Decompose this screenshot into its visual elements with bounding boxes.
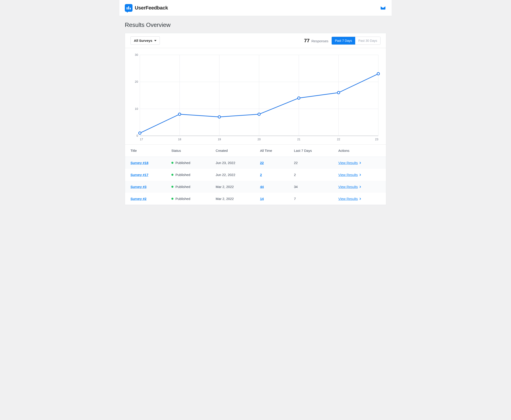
created-date: Mar 2, 2022 (211, 193, 256, 205)
svg-text:17: 17 (140, 138, 143, 141)
all-time-count[interactable]: 22 (260, 161, 264, 165)
svg-text:19: 19 (218, 138, 221, 141)
th-created: Created (211, 145, 256, 157)
last-7-count: 7 (290, 193, 334, 205)
status-dot-icon (171, 174, 173, 176)
survey-title-link[interactable]: Survey #2 (130, 197, 146, 201)
overview-panel: All Surveys 77 Responses Past 7 Days Pas… (125, 33, 386, 205)
svg-text:21: 21 (297, 138, 300, 141)
th-title: Title (125, 145, 167, 157)
toolbar-right: 77 Responses Past 7 Days Past 30 Days (304, 37, 381, 45)
view-results-link[interactable]: View Results (338, 173, 361, 177)
survey-title-link[interactable]: Survey #18 (130, 161, 148, 165)
all-time-count[interactable]: 14 (260, 197, 264, 201)
svg-point-26 (297, 97, 300, 99)
survey-filter-dropdown[interactable]: All Surveys (130, 36, 160, 45)
last-7-count: 2 (290, 169, 334, 181)
inbox-icon[interactable] (380, 4, 386, 12)
survey-title-link[interactable]: Survey #3 (130, 185, 146, 189)
svg-text:18: 18 (178, 138, 181, 141)
table-row: Survey #18PublishedJun 23, 20222222View … (125, 157, 386, 169)
svg-text:20: 20 (135, 80, 138, 83)
range-past-30-days[interactable]: Past 30 Days (355, 37, 380, 45)
svg-point-27 (337, 91, 340, 94)
view-results-label: View Results (338, 161, 358, 165)
svg-point-25 (258, 113, 260, 115)
svg-point-23 (178, 113, 181, 115)
th-actions: Actions (334, 145, 386, 157)
svg-point-24 (218, 116, 221, 118)
all-time-count[interactable]: 2 (260, 173, 262, 177)
status-dot-icon (171, 162, 173, 164)
status-cell: Published (171, 185, 207, 189)
svg-point-28 (377, 73, 380, 75)
created-date: Jun 22, 2022 (211, 169, 256, 181)
responses-count: 77 (304, 38, 310, 44)
th-all-time: All Time (256, 145, 290, 157)
table-row: Survey #3PublishedMar 2, 20224434View Re… (125, 181, 386, 193)
created-date: Jun 23, 2022 (211, 157, 256, 169)
svg-text:22: 22 (337, 138, 340, 141)
responses-chart: 010203017181920212223 (125, 48, 386, 145)
view-results-label: View Results (338, 173, 358, 177)
survey-filter-label: All Surveys (134, 39, 153, 43)
status-dot-icon (171, 198, 173, 200)
table-row: Survey #2PublishedMar 2, 2022147View Res… (125, 193, 386, 205)
status-dot-icon (171, 186, 173, 188)
table-header-row: Title Status Created All Time Last 7 Day… (125, 145, 386, 157)
responses-label: Responses (311, 39, 328, 43)
chevron-right-icon (359, 186, 361, 188)
svg-text:10: 10 (135, 107, 138, 111)
svg-point-22 (139, 132, 141, 135)
chevron-right-icon (359, 173, 361, 176)
responses-summary: 77 Responses (304, 38, 328, 44)
view-results-link[interactable]: View Results (338, 197, 361, 201)
panel-toolbar: All Surveys 77 Responses Past 7 Days Pas… (125, 33, 386, 48)
brand-name: UserFeedback (135, 5, 168, 11)
status-label: Published (175, 173, 190, 177)
range-past-7-days[interactable]: Past 7 Days (332, 37, 355, 45)
view-results-link[interactable]: View Results (338, 185, 361, 189)
page-title: Results Overview (125, 22, 386, 29)
last-7-count: 34 (290, 181, 334, 193)
topbar: UserFeedback (119, 0, 392, 16)
surveys-table: Title Status Created All Time Last 7 Day… (125, 145, 386, 205)
th-last-7: Last 7 Days (290, 145, 334, 157)
all-time-count[interactable]: 44 (260, 185, 264, 189)
status-cell: Published (171, 161, 207, 165)
th-status: Status (167, 145, 211, 157)
svg-text:20: 20 (258, 138, 261, 141)
chevron-right-icon (359, 197, 361, 200)
svg-text:23: 23 (375, 138, 378, 141)
caret-down-icon (154, 40, 156, 41)
table-row: Survey #17PublishedJun 22, 202222View Re… (125, 169, 386, 181)
date-range-toggle: Past 7 Days Past 30 Days (331, 37, 381, 45)
svg-text:0: 0 (136, 134, 138, 137)
brand-logo-icon (125, 4, 132, 12)
status-label: Published (175, 185, 190, 189)
status-label: Published (175, 197, 190, 201)
status-cell: Published (171, 197, 207, 201)
status-cell: Published (171, 173, 207, 177)
created-date: Mar 2, 2022 (211, 181, 256, 193)
view-results-label: View Results (338, 185, 358, 189)
brand: UserFeedback (125, 4, 168, 12)
chevron-right-icon (359, 162, 361, 164)
view-results-link[interactable]: View Results (338, 161, 361, 165)
view-results-label: View Results (338, 197, 358, 201)
svg-text:30: 30 (135, 53, 138, 56)
survey-title-link[interactable]: Survey #17 (130, 173, 148, 177)
status-label: Published (175, 161, 190, 165)
last-7-count: 22 (290, 157, 334, 169)
